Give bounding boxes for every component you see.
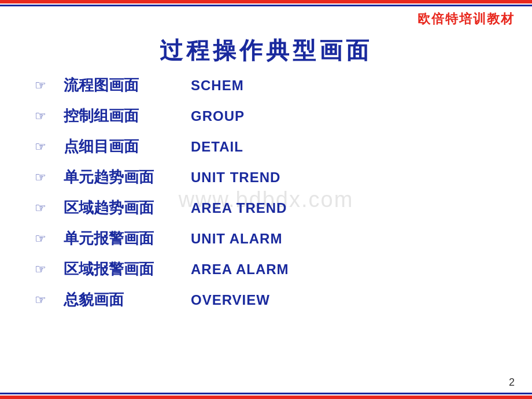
page-number: 2 [509,376,515,389]
finger-icon: ☞ [35,78,52,93]
list-item: ☞单元趋势画面UNIT TREND [35,167,497,187]
chinese-label-6: 单元报警画面 [64,228,191,249]
english-label-3: DETAIL [191,139,243,155]
chinese-label-8: 总貌画面 [64,290,191,310]
finger-icon: ☞ [35,109,52,124]
top-red-border [0,0,532,3]
english-label-5: AREA TREND [191,200,287,216]
list-item: ☞点细目画面DETAIL [35,136,497,157]
chinese-label-3: 点细目画面 [64,136,191,157]
header-logo: 欧倍特培训教材 [418,10,515,28]
list-item: ☞总貌画面OVERVIEW [35,290,497,310]
english-label-6: UNIT ALARM [191,231,282,247]
list-item: ☞控制组画面GROUP [35,106,497,126]
finger-icon: ☞ [35,262,52,277]
english-label-2: GROUP [191,108,245,124]
list-item: ☞区域趋势画面AREA TREND [35,198,497,218]
chinese-label-4: 单元趋势画面 [64,167,191,187]
chinese-label-2: 控制组画面 [64,106,191,126]
finger-icon: ☞ [35,201,52,216]
finger-icon: ☞ [35,231,52,246]
finger-icon: ☞ [35,139,52,154]
chinese-label-1: 流程图画面 [64,75,191,95]
chinese-label-5: 区域趋势画面 [64,198,191,218]
list-item: ☞区域报警画面AREA ALARM [35,259,497,279]
page-title: 过程操作典型画面 [0,35,532,66]
english-label-1: SCHEM [191,77,244,94]
bottom-blue-line [0,393,532,394]
chinese-label-7: 区域报警画面 [64,259,191,279]
bottom-red-border [0,396,532,399]
finger-icon: ☞ [35,170,52,185]
english-label-4: UNIT TREND [191,169,280,186]
top-blue-line [0,5,532,6]
english-label-7: AREA ALARM [191,261,289,278]
list-item: ☞单元报警画面UNIT ALARM [35,228,497,249]
list-item: ☞流程图画面SCHEM [35,75,497,95]
english-label-8: OVERVIEW [191,292,270,308]
finger-icon: ☞ [35,293,52,308]
content-area: ☞流程图画面SCHEM☞控制组画面GROUP☞点细目画面DETAIL☞单元趋势画… [35,75,497,320]
